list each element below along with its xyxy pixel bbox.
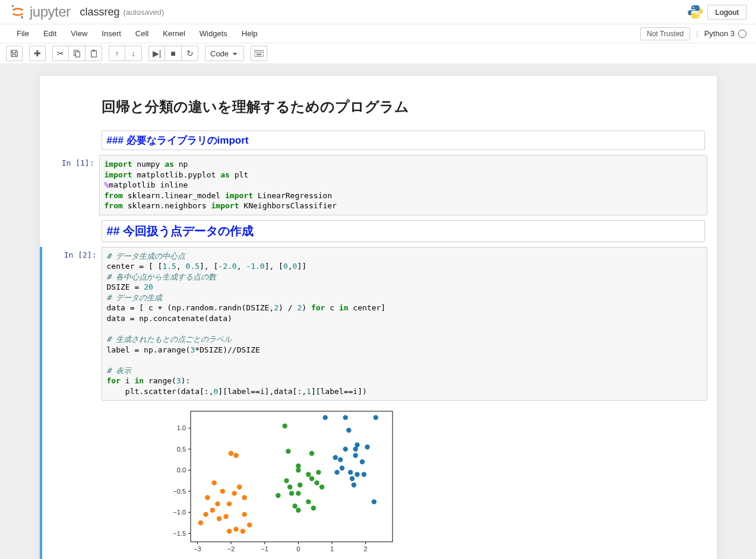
svg-point-53 xyxy=(347,470,352,475)
svg-point-55 xyxy=(361,472,366,477)
svg-point-77 xyxy=(226,529,231,533)
svg-point-94 xyxy=(276,493,280,498)
trust-indicator[interactable]: Not Trusted xyxy=(640,27,690,40)
svg-point-57 xyxy=(351,482,356,487)
svg-text:1.0: 1.0 xyxy=(176,425,185,432)
move-up-button[interactable]: ↑ xyxy=(109,46,125,61)
menu-help[interactable]: Help xyxy=(235,26,265,42)
svg-rect-8 xyxy=(254,50,264,56)
svg-point-83 xyxy=(296,468,300,473)
menu-file[interactable]: File xyxy=(10,26,36,42)
svg-point-90 xyxy=(287,485,292,490)
svg-point-93 xyxy=(296,491,300,496)
kernel-status-icon xyxy=(738,30,746,38)
svg-point-51 xyxy=(339,466,344,471)
svg-point-88 xyxy=(297,482,302,487)
cut-button[interactable]: ✂ xyxy=(52,46,69,61)
jupyter-icon xyxy=(10,4,26,20)
page-title: 回帰と分類の違いを理解するためのプログラム xyxy=(102,97,705,116)
paste-button[interactable] xyxy=(86,46,102,61)
notebook-header: jupyter classreg (autosaved) Logout xyxy=(0,0,756,24)
section-heading: ### 必要なライブラリのimport xyxy=(102,131,705,150)
svg-point-84 xyxy=(306,472,311,477)
input-prompt: In [1]: xyxy=(40,155,99,215)
input-prompt: In [2]: xyxy=(42,247,102,559)
logout-button[interactable]: Logout xyxy=(707,5,746,20)
copy-button[interactable] xyxy=(69,46,86,61)
svg-text:1: 1 xyxy=(330,545,333,552)
svg-point-2 xyxy=(693,7,694,8)
menu-kernel[interactable]: Kernel xyxy=(156,26,192,42)
kernel-indicator[interactable]: Python 3 xyxy=(704,29,746,38)
svg-text:−3: −3 xyxy=(194,545,201,552)
svg-point-59 xyxy=(228,451,233,456)
svg-point-68 xyxy=(226,501,231,506)
prompt-empty xyxy=(40,90,99,126)
output-area: −3−2−1012−1.5−1.0−0.50.00.51.0 xyxy=(161,405,707,559)
svg-rect-11 xyxy=(260,52,261,53)
svg-point-54 xyxy=(355,472,359,477)
menu-edit[interactable]: Edit xyxy=(36,26,64,42)
svg-point-87 xyxy=(284,478,289,483)
svg-point-3 xyxy=(697,16,698,17)
svg-point-1 xyxy=(21,16,23,18)
svg-text:0.5: 0.5 xyxy=(176,446,185,453)
notebook-name[interactable]: classreg xyxy=(80,6,120,18)
svg-point-81 xyxy=(309,451,314,456)
svg-point-60 xyxy=(233,453,238,458)
add-cell-button[interactable]: ✚ xyxy=(29,46,46,61)
menu-cell[interactable]: Cell xyxy=(128,26,156,42)
code-input[interactable]: # データ生成の中心点 center = [ [1.5, 0.5], [-2.0… xyxy=(102,247,707,401)
copy-icon xyxy=(73,49,81,58)
svg-point-89 xyxy=(314,481,319,485)
svg-point-96 xyxy=(292,504,297,509)
scissors-icon: ✂ xyxy=(57,49,64,58)
restart-icon: ↻ xyxy=(186,49,194,58)
svg-text:0.0: 0.0 xyxy=(176,467,185,474)
svg-point-79 xyxy=(282,424,287,428)
arrow-up-icon: ↑ xyxy=(115,49,119,58)
svg-point-78 xyxy=(246,523,251,528)
menu-insert[interactable]: Insert xyxy=(94,26,128,42)
markdown-cell[interactable]: ## 今回扱う点データの作成 xyxy=(40,218,717,244)
restart-button[interactable]: ↻ xyxy=(182,46,198,61)
markdown-cell[interactable]: ### 必要なライブラリのimport xyxy=(40,128,717,153)
code-input[interactable]: import numpy as np import matplotlib.pyp… xyxy=(99,155,707,215)
svg-point-73 xyxy=(216,516,221,521)
cell-type-select[interactable]: Code xyxy=(205,46,244,61)
code-cell-selected[interactable]: In [2]: # データ生成の中心点 center = [ [1.5, 0.5… xyxy=(40,247,717,559)
python-icon xyxy=(687,4,704,20)
svg-rect-14 xyxy=(191,411,393,542)
svg-point-70 xyxy=(203,512,208,517)
svg-point-98 xyxy=(296,508,300,513)
svg-point-40 xyxy=(343,415,347,420)
svg-point-49 xyxy=(337,458,342,462)
svg-point-75 xyxy=(233,527,238,532)
markdown-cell[interactable]: 回帰と分類の違いを理解するためのプログラム xyxy=(40,90,717,126)
save-button[interactable] xyxy=(6,46,23,61)
run-button[interactable]: ▶| xyxy=(148,46,165,61)
autosave-status: (autosaved) xyxy=(124,8,165,17)
stop-icon: ■ xyxy=(170,49,175,58)
interrupt-button[interactable]: ■ xyxy=(165,46,182,61)
svg-rect-10 xyxy=(258,52,259,53)
move-down-button[interactable]: ↓ xyxy=(125,46,142,61)
code-cell[interactable]: In [1]: import numpy as np import matplo… xyxy=(40,155,717,215)
svg-point-61 xyxy=(211,481,216,485)
menu-view[interactable]: View xyxy=(64,26,94,42)
jupyter-logo[interactable]: jupyter xyxy=(10,4,71,20)
svg-rect-6 xyxy=(91,51,96,58)
svg-point-50 xyxy=(359,459,364,464)
svg-point-41 xyxy=(373,415,378,420)
menu-widgets[interactable]: Widgets xyxy=(192,26,235,42)
svg-point-46 xyxy=(353,447,358,452)
svg-point-56 xyxy=(349,477,354,481)
svg-text:−2: −2 xyxy=(227,545,235,552)
svg-point-62 xyxy=(236,485,241,490)
svg-point-52 xyxy=(334,470,339,475)
command-palette-button[interactable] xyxy=(251,46,267,61)
svg-point-86 xyxy=(309,477,314,481)
notebook-container: 回帰と分類の違いを理解するためのプログラム ### 必要なライブラリのimpor… xyxy=(40,76,717,559)
svg-point-44 xyxy=(365,445,369,450)
svg-point-72 xyxy=(223,514,228,519)
